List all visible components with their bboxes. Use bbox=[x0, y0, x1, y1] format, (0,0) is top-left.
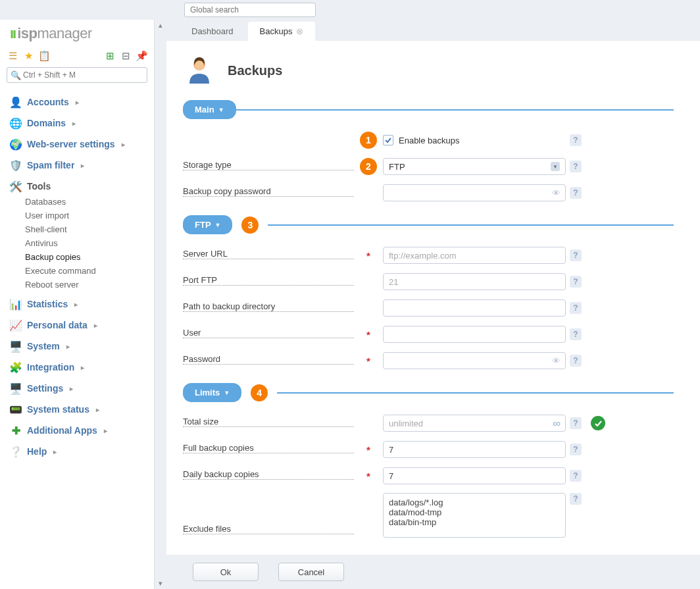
cancel-button[interactable]: Cancel bbox=[278, 563, 344, 581]
section-limits-head: Limits ▼ 4 bbox=[183, 383, 674, 402]
badge-2: 2 bbox=[360, 158, 377, 175]
ok-button[interactable]: Ok bbox=[193, 563, 259, 581]
select-caret-icon: ▼ bbox=[551, 162, 560, 171]
tab-close-icon[interactable]: ⊗ bbox=[296, 26, 303, 36]
star-icon[interactable]: ★ bbox=[22, 50, 34, 62]
sub-reboot-server[interactable]: Reboot server bbox=[25, 278, 154, 292]
caret-down-icon: ▼ bbox=[218, 107, 224, 113]
chevron-right-icon: ▸ bbox=[104, 427, 107, 434]
password-input[interactable] bbox=[383, 352, 566, 369]
scroll-up-icon[interactable]: ▴ bbox=[155, 20, 166, 31]
path-backup-input[interactable] bbox=[383, 299, 566, 317]
sub-antivirus[interactable]: Antivirus bbox=[25, 236, 154, 250]
help-icon[interactable]: ? bbox=[570, 328, 582, 340]
nav-system-status[interactable]: 📟 System status ▸ bbox=[0, 397, 154, 418]
storage-type-select[interactable]: FTP ▼ bbox=[383, 158, 566, 175]
list-icon[interactable]: ☰ bbox=[7, 50, 18, 62]
help-icon[interactable]: ? bbox=[570, 134, 582, 146]
port-ftp-input[interactable] bbox=[383, 273, 566, 290]
row-user: User * ? bbox=[183, 325, 674, 344]
section-main-toggle[interactable]: Main ▼ bbox=[183, 100, 236, 119]
help-icon[interactable]: ? bbox=[570, 161, 582, 172]
search-icon: 🔍 bbox=[11, 70, 21, 80]
nav-tools[interactable]: 🛠️ Tools bbox=[0, 174, 154, 195]
full-backup-label: Full backup copies bbox=[183, 443, 354, 453]
eye-icon[interactable]: 👁 bbox=[552, 188, 561, 198]
help-icon[interactable]: ? bbox=[570, 302, 582, 314]
help-icon[interactable]: ? bbox=[570, 417, 582, 429]
sidebar: ııispmanager ☰ ★ 📋 ⊞ ⊟ 📌 🔍 👤 Accounts bbox=[0, 20, 155, 589]
collapse-icon[interactable]: ⊟ bbox=[120, 50, 132, 62]
nav-statistics-label: Statistics bbox=[27, 299, 68, 309]
sub-execute-command[interactable]: Execute command bbox=[25, 264, 154, 278]
row-backup-password: Backup copy password 👁 ? bbox=[183, 184, 674, 202]
tools-subitems: Databases User import Shell-client Antiv… bbox=[0, 195, 154, 292]
full-backup-input[interactable] bbox=[383, 441, 566, 458]
help-icon[interactable]: ? bbox=[570, 493, 582, 505]
sidebar-scrollbar[interactable]: ▴ ▾ bbox=[155, 20, 166, 589]
nav-settings[interactable]: 🖥️ Settings ▸ bbox=[0, 376, 154, 397]
nav-help[interactable]: ❔ Help ▸ bbox=[0, 439, 154, 460]
chevron-right-icon: ▸ bbox=[66, 343, 70, 350]
clipboard-icon[interactable]: 📋 bbox=[38, 50, 50, 62]
server-url-input[interactable] bbox=[383, 247, 566, 264]
sub-shell-client[interactable]: Shell-client bbox=[25, 222, 154, 236]
section-main-label: Main bbox=[195, 105, 214, 115]
eye-icon[interactable]: 👁 bbox=[552, 356, 561, 366]
nav-system[interactable]: 🖥️ System ▸ bbox=[0, 334, 154, 355]
nav-webserver[interactable]: 🌍 Web-server settings ▸ bbox=[0, 132, 154, 153]
badge-3: 3 bbox=[241, 217, 259, 234]
expand-icon[interactable]: ⊞ bbox=[104, 50, 116, 62]
help-icon[interactable]: ? bbox=[570, 355, 582, 367]
monitor-icon: 🖥️ bbox=[10, 382, 22, 394]
nav-statistics[interactable]: 📊 Statistics ▸ bbox=[0, 292, 154, 313]
nav-spam[interactable]: 🛡️ Spam filter ▸ bbox=[0, 153, 154, 174]
nav-personal-data[interactable]: 📈 Personal data ▸ bbox=[0, 313, 154, 334]
scroll-down-icon[interactable]: ▾ bbox=[155, 578, 166, 589]
nav-additional-apps[interactable]: ✚ Additional Apps ▸ bbox=[0, 418, 154, 439]
help-icon[interactable]: ? bbox=[570, 249, 582, 261]
top-bar bbox=[0, 0, 700, 20]
section-ftp-toggle[interactable]: FTP ▼ bbox=[183, 215, 232, 234]
pie-icon: 📊 bbox=[10, 298, 22, 310]
sidebar-search-input[interactable] bbox=[7, 67, 147, 83]
sub-user-import[interactable]: User import bbox=[25, 209, 154, 222]
nav-integration[interactable]: 🧩 Integration ▸ bbox=[0, 355, 154, 376]
help-icon[interactable]: ? bbox=[570, 470, 582, 482]
row-exclude-files: Exclude files ? bbox=[183, 493, 674, 540]
sub-databases[interactable]: Databases bbox=[25, 195, 154, 209]
badge-4: 4 bbox=[251, 384, 268, 401]
total-size-input[interactable] bbox=[383, 415, 566, 432]
bar-chart-icon: 📈 bbox=[10, 319, 22, 331]
tab-backups[interactable]: Backups ⊗ bbox=[248, 22, 316, 41]
tab-dashboard-label: Dashboard bbox=[191, 26, 234, 36]
help-icon[interactable]: ? bbox=[570, 187, 582, 199]
tabs: Dashboard Backups ⊗ bbox=[166, 20, 700, 41]
user-label: User bbox=[183, 328, 354, 338]
required-marker: * bbox=[366, 355, 370, 367]
enable-backups-checkbox[interactable] bbox=[383, 135, 393, 145]
svg-point-2 bbox=[195, 61, 204, 70]
exclude-files-textarea[interactable] bbox=[383, 493, 566, 538]
help-icon[interactable]: ? bbox=[570, 444, 582, 455]
daily-backup-input[interactable] bbox=[383, 467, 566, 484]
sub-backup-copies[interactable]: Backup copies bbox=[25, 250, 154, 264]
section-divider bbox=[277, 392, 674, 394]
user-input[interactable] bbox=[383, 326, 566, 343]
chevron-right-icon: ▸ bbox=[70, 385, 73, 392]
tab-dashboard[interactable]: Dashboard bbox=[180, 22, 245, 41]
tab-backups-label: Backups bbox=[260, 26, 293, 36]
row-full-backup: Full backup copies * ? bbox=[183, 440, 674, 459]
section-divider bbox=[268, 224, 674, 226]
section-limits-toggle[interactable]: Limits ▼ bbox=[183, 383, 241, 402]
help-icon[interactable]: ? bbox=[570, 276, 582, 288]
row-server-url: Server URL * ? bbox=[183, 246, 674, 265]
chevron-right-icon: ▸ bbox=[74, 301, 78, 308]
nav-domains[interactable]: 🌐 Domains ▸ bbox=[0, 111, 154, 132]
backup-password-input[interactable] bbox=[383, 184, 566, 201]
row-total-size: Total size ∞ ? bbox=[183, 414, 674, 432]
infinity-icon[interactable]: ∞ bbox=[553, 417, 561, 430]
pin-icon[interactable]: 📌 bbox=[136, 50, 147, 62]
global-search-input[interactable] bbox=[184, 3, 316, 17]
nav-accounts[interactable]: 👤 Accounts ▸ bbox=[0, 90, 154, 111]
